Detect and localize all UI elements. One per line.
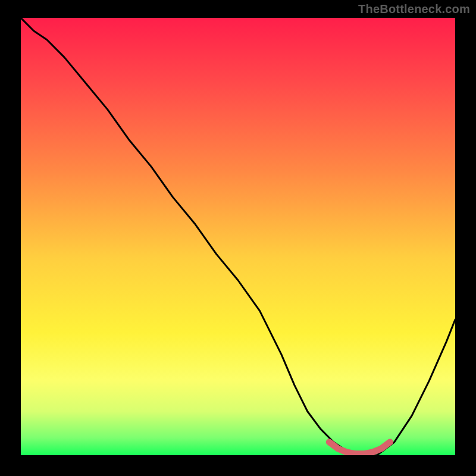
optimal-highlight [329, 442, 390, 454]
plot-area [21, 18, 455, 455]
curve-layer [21, 18, 455, 455]
bottleneck-curve [21, 18, 455, 455]
attribution-label: TheBottleneck.com [358, 2, 470, 16]
chart-frame: TheBottleneck.com [0, 0, 476, 476]
